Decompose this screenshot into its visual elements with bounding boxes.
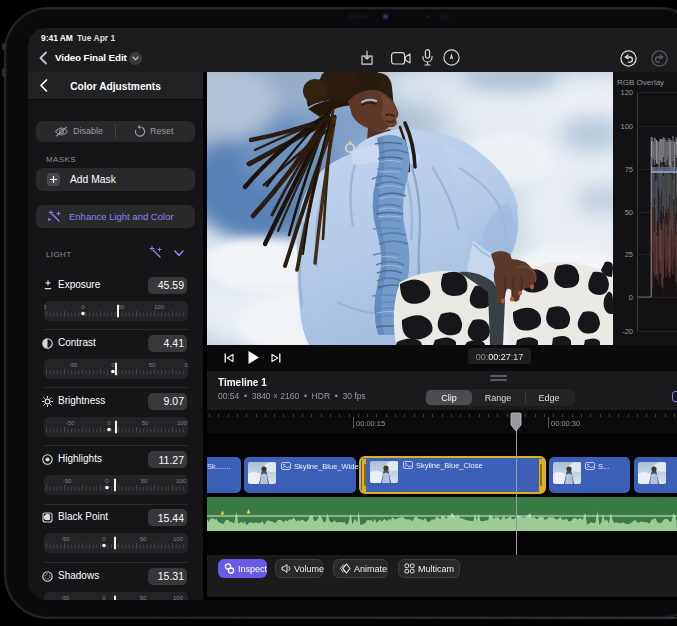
svg-text:100: 100	[620, 122, 633, 131]
svg-text:0: 0	[111, 361, 115, 367]
svg-text:100: 100	[173, 594, 184, 600]
svg-text:100: 100	[173, 536, 184, 542]
svg-text:100: 100	[154, 303, 165, 309]
svg-text:0: 0	[81, 303, 85, 309]
svg-text:RGB Overlay: RGB Overlay	[617, 78, 664, 87]
svg-text:-50: -50	[63, 478, 72, 484]
svg-text:0: 0	[102, 594, 106, 600]
svg-text:-50: -50	[61, 536, 70, 542]
svg-text:50: 50	[140, 536, 147, 542]
svg-text:50: 50	[142, 419, 149, 425]
svg-text:-50: -50	[66, 419, 75, 425]
svg-text:75: 75	[625, 165, 633, 174]
svg-text:50: 50	[625, 208, 633, 217]
svg-text:50: 50	[141, 478, 148, 484]
svg-text:25: 25	[625, 250, 633, 259]
svg-text:50: 50	[140, 594, 147, 600]
svg-text:-50: -50	[61, 594, 70, 600]
svg-text:100: 100	[184, 361, 188, 367]
svg-text:0: 0	[629, 293, 633, 302]
svg-text:0: 0	[105, 478, 109, 484]
svg-text:0: 0	[102, 536, 106, 542]
svg-text:-50: -50	[69, 361, 78, 367]
svg-text:-20: -20	[622, 327, 633, 336]
svg-text:0: 0	[107, 419, 111, 425]
svg-text:120: 120	[620, 88, 633, 97]
svg-text:-50: -50	[44, 303, 47, 309]
svg-text:50: 50	[149, 361, 156, 367]
svg-text:100: 100	[176, 478, 187, 484]
svg-text:100: 100	[177, 419, 188, 425]
